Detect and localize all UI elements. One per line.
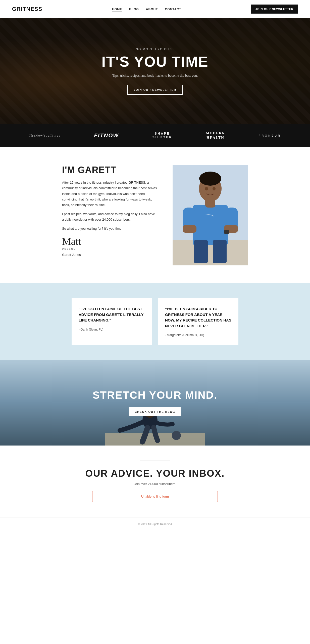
nav-links: HOME BLOG ABOUT CONTACT [112,7,181,11]
brand-fitnow: FITNOW [94,132,119,139]
about-paragraph-3: So what are you waiting for? It's you ti… [62,226,158,231]
newsletter-title: OUR ADVICE. YOUR INBOX. [10,468,300,479]
about-section: I'M GARETT After 12 years in the fitness… [0,147,310,283]
testimonials-section: "I'VE GOTTEN SOME OF THE BEST ADVICE FRO… [0,283,310,360]
about-photo-svg [173,165,248,265]
svg-point-11 [199,172,221,186]
hero-subtitle: Tips, tricks, recipes, and body-hacks to… [101,74,208,78]
testimonial-quote-2: "I'VE BEEN SUBSCRIBED TO GRITNESS FOR AB… [165,306,231,329]
brand-proneur: PRONEUR [259,134,281,137]
signature-sub: DESENO [62,248,158,250]
footer: © 2019 All Rights Reserved [0,517,310,531]
blog-content: STRETCH YOUR MIND. CHECK OUT THE BLOG [92,389,217,416]
newsletter-section: OUR ADVICE. YOUR INBOX. Join over 24,000… [0,446,310,517]
newsletter-form-error: Unable to find form [92,491,218,502]
blog-section: STRETCH YOUR MIND. CHECK OUT THE BLOG [0,360,310,446]
hero-content: NO MORE EXCUSES. IT'S YOU TIME Tips, tri… [101,48,208,95]
nav-link-blog[interactable]: BLOG [129,8,139,11]
nav-cta-button[interactable]: JOIN OUR NEWSLETTER [251,5,298,14]
svg-rect-8 [213,240,227,263]
testimonial-author-1: - Garth (Sparr, FL) [79,328,145,331]
about-title: I'M GARETT [62,165,158,175]
nav-link-contact[interactable]: CONTACT [165,8,181,11]
hero-tagline: NO MORE EXCUSES. [101,48,208,51]
svg-rect-2 [193,205,228,245]
newsletter-divider [140,461,170,461]
blog-cta-button[interactable]: CHECK OUT THE BLOG [129,407,181,416]
hero-section: NO MORE EXCUSES. IT'S YOU TIME Tips, tri… [0,18,310,124]
svg-rect-14 [224,230,229,234]
brand-shapeshifter: SHAPESHIFTER [152,132,172,140]
navbar: GRITNESS HOME BLOG ABOUT CONTACT JOIN OU… [0,0,310,18]
hero-title: IT'S YOU TIME [101,54,208,70]
svg-point-13 [213,187,216,190]
testimonial-card-2: "I'VE BEEN SUBSCRIBED TO GRITNESS FOR AB… [158,298,238,345]
svg-rect-5 [183,225,196,233]
testimonial-card-1: "I'VE GOTTEN SOME OF THE BEST ADVICE FRO… [72,298,152,345]
about-text: I'M GARETT After 12 years in the fitness… [62,165,158,261]
nav-link-home[interactable]: HOME [112,8,122,12]
about-paragraph-1: After 12 years in the fitness industry I… [62,180,158,208]
svg-rect-7 [194,240,208,263]
about-name: Garett Jones [62,252,158,258]
brand-thenewyoutimes: TheNewYouTimes [29,134,61,138]
brand-modernhealth: MODERNHEALTH [206,131,225,140]
site-logo: GRITNESS [12,6,42,12]
footer-copyright: © 2019 All Rights Reserved [138,522,172,526]
svg-point-18 [172,431,181,440]
signature: Matt [62,236,158,247]
blog-title: STRETCH YOUR MIND. [92,389,217,401]
svg-point-12 [205,187,208,190]
testimonial-author-2: - Margarette (Columbus, OH) [165,333,231,337]
testimonial-quote-1: "I'VE GOTTEN SOME OF THE BEST ADVICE FRO… [79,306,145,323]
hero-cta-button[interactable]: JOIN OUR NEWSLETTER [127,85,183,95]
about-photo [173,165,248,265]
brand-bar: TheNewYouTimes FITNOW SHAPESHIFTER MODER… [0,124,310,147]
nav-link-about[interactable]: ABOUT [146,8,158,11]
about-paragraph-2: I post recipes, workouts, and advice to … [62,211,158,222]
newsletter-subtitle: Join over 24,000 subscribers. [10,482,300,486]
